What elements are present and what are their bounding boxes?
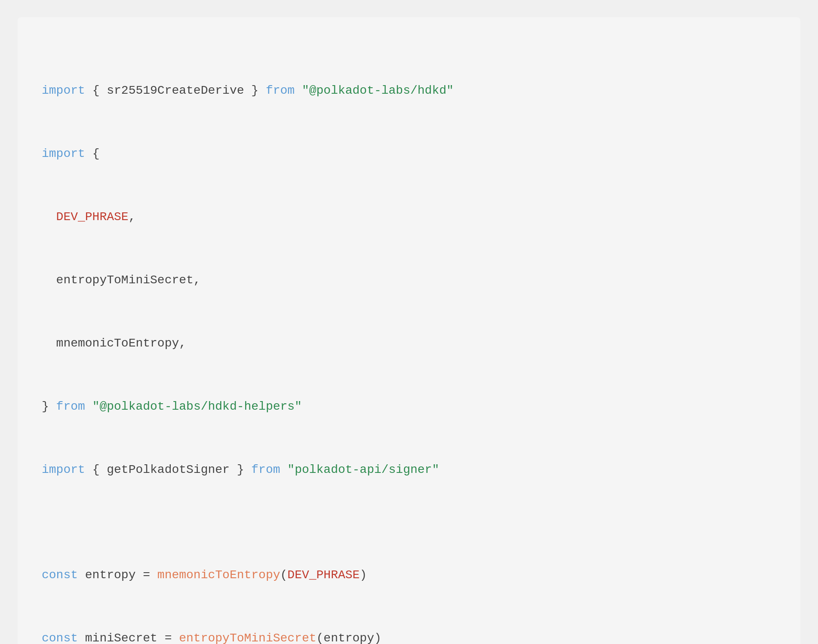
code-container: import { sr25519CreateDerive } from "@po… bbox=[18, 17, 800, 644]
line-7: import { getPolkadotSigner } from "polka… bbox=[42, 459, 776, 480]
line-10: const miniSecret = entropyToMiniSecret(e… bbox=[42, 628, 776, 644]
line-9: const entropy = mnemonicToEntropy(DEV_PH… bbox=[42, 564, 776, 586]
line-2: import { bbox=[42, 143, 776, 164]
line-4: entropyToMiniSecret, bbox=[42, 270, 776, 291]
line-5: mnemonicToEntropy, bbox=[42, 333, 776, 354]
code-block: import { sr25519CreateDerive } from "@po… bbox=[42, 38, 776, 644]
line-3: DEV_PHRASE, bbox=[42, 206, 776, 227]
line-1: import { sr25519CreateDerive } from "@po… bbox=[42, 80, 776, 101]
line-6: } from "@polkadot-labs/hdkd-helpers" bbox=[42, 396, 776, 417]
